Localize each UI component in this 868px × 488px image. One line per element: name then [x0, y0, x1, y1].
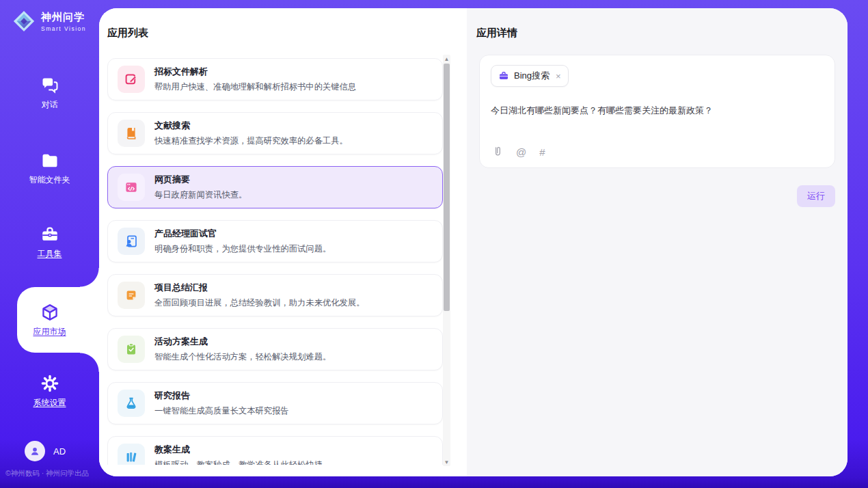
sidebar-item-label: 对话 — [42, 99, 58, 111]
app-title: 文献搜索 — [154, 120, 348, 132]
toolbox-icon — [40, 225, 59, 244]
brand-name: 神州问学 — [41, 11, 86, 24]
folder-icon — [40, 151, 59, 170]
app-title: 网页摘要 — [154, 174, 247, 186]
close-icon[interactable]: × — [556, 72, 561, 81]
app-description: 智能生成个性化活动方案，轻松解决规划难题。 — [154, 351, 331, 363]
cube-icon — [40, 303, 59, 322]
app-description: 明确身份和职责，为您提供专业性的面试问题。 — [154, 243, 331, 255]
sidebar-item-smart-folder[interactable]: 智能文件夹 — [0, 144, 99, 193]
prompt-input[interactable]: 今日湖北有哪些新闻要点？有哪些需要关注的最新政策？ — [491, 105, 824, 117]
app-list-item[interactable]: 教案生成 模板驱动，教案秒成，教学准备从此轻松快捷 — [107, 436, 443, 465]
app-list-item[interactable]: 招标文件解析 帮助用户快速、准确地理解和解析招标书中的关键信息 — [107, 58, 443, 100]
app-description: 一键智能生成高质量长文本研究报告 — [154, 405, 289, 417]
app-list: 招标文件解析 帮助用户快速、准确地理解和解析招标书中的关键信息 文献搜索 快速精… — [107, 55, 443, 465]
app-list-item[interactable]: 产品经理面试官 明确身份和职责，为您提供专业性的面试问题。 — [107, 220, 443, 262]
sidebar-item-app-market[interactable]: 应用市场 — [0, 295, 99, 344]
scrollbar-thumb[interactable] — [444, 64, 450, 311]
app-list-item[interactable]: 项目总结汇报 全面回顾项目进展，总结经验教训，助力未来优化发展。 — [107, 274, 443, 316]
sidebar-item-settings[interactable]: 系统设置 — [0, 366, 99, 416]
briefcase-icon — [498, 70, 509, 81]
tool-chip-bing-search[interactable]: Bing搜索 × — [491, 65, 569, 87]
list-scrollbar[interactable]: ▲ ▼ — [443, 55, 450, 466]
scroll-up-icon[interactable]: ▲ — [443, 55, 450, 63]
sidebar-item-toolset[interactable]: 工具集 — [0, 217, 99, 267]
gear-icon — [40, 374, 59, 393]
app-detail-panel: 应用详情 Bing搜索 × 今日湖北有哪些新闻要点？有哪些需要关注的最新政策？ — [467, 8, 847, 476]
brand-subtitle: Smart Vision — [41, 25, 86, 32]
diamond-logo-icon — [12, 10, 36, 33]
app-description: 全面回顾项目进展，总结经验教训，助力未来优化发展。 — [154, 297, 364, 309]
app-list-item[interactable]: 网页摘要 每日政府新闻资讯快查。 — [107, 166, 443, 208]
clipboard-check-icon — [118, 336, 145, 363]
user-account[interactable]: AD — [25, 441, 66, 461]
app-list-title: 应用列表 — [107, 27, 148, 40]
app-list-panel: 应用列表 招标文件解析 帮助用户快速、准确地理解和解析招标书中的关键信息 文献搜… — [99, 8, 467, 476]
app-title: 项目总结汇报 — [154, 282, 364, 294]
research-report-icon — [118, 390, 145, 417]
at-mention-icon[interactable]: @ — [516, 146, 526, 158]
input-toolbar: @ # — [492, 146, 545, 158]
chat-icon — [40, 76, 59, 95]
app-description: 快速精准查找学术资源，提高研究效率的必备工具。 — [154, 135, 348, 147]
main-content: 应用列表 招标文件解析 帮助用户快速、准确地理解和解析招标书中的关键信息 文献搜… — [99, 8, 847, 476]
sidebar-item-label: 系统设置 — [33, 397, 66, 409]
app-title: 教案生成 — [154, 444, 323, 456]
sidebar-item-label: 应用市场 — [33, 326, 66, 338]
app-title: 产品经理面试官 — [154, 228, 331, 240]
run-button[interactable]: 运行 — [797, 185, 835, 207]
brand-logo: 神州问学 Smart Vision — [12, 10, 86, 33]
app-detail-title: 应用详情 — [476, 27, 517, 40]
app-description: 模板驱动，教案秒成，教学准备从此轻松快捷 — [154, 459, 323, 465]
interviewer-icon — [118, 228, 145, 255]
prompt-card: Bing搜索 × 今日湖北有哪些新闻要点？有哪些需要关注的最新政策？ @ # — [479, 55, 835, 168]
user-initials: AD — [53, 446, 66, 457]
app-window: 神州问学 Smart Vision 对话 智能文件夹 — [0, 0, 868, 488]
copyright-text: ©神州数码 · 神州问学出品 — [5, 469, 89, 478]
tool-chip-label: Bing搜索 — [514, 70, 550, 82]
app-title: 活动方案生成 — [154, 336, 331, 348]
hash-icon[interactable]: # — [539, 146, 545, 158]
sidebar-item-label: 工具集 — [38, 248, 62, 260]
app-title: 研究报告 — [154, 390, 289, 402]
app-description: 每日政府新闻资讯快查。 — [154, 189, 247, 201]
app-list-item[interactable]: 文献搜索 快速精准查找学术资源，提高研究效率的必备工具。 — [107, 112, 443, 154]
app-list-item[interactable]: 活动方案生成 智能生成个性化活动方案，轻松解决规划难题。 — [107, 328, 443, 370]
app-title: 招标文件解析 — [154, 66, 356, 78]
books-icon — [118, 444, 145, 465]
sidebar-item-chat[interactable]: 对话 — [0, 68, 99, 118]
sidebar-item-label: 智能文件夹 — [29, 174, 70, 186]
paperclip-icon[interactable] — [492, 146, 503, 158]
browser-code-icon — [118, 174, 145, 201]
book-icon — [118, 120, 145, 147]
app-list-item[interactable]: 研究报告 一键智能生成高质量长文本研究报告 — [107, 382, 443, 424]
scroll-down-icon[interactable]: ▼ — [443, 458, 450, 466]
note-icon — [118, 282, 145, 309]
app-description: 帮助用户快速、准确地理解和解析招标书中的关键信息 — [154, 81, 356, 93]
sidebar: 神州问学 Smart Vision 对话 智能文件夹 — [0, 0, 99, 488]
document-edit-icon — [118, 66, 145, 93]
avatar — [25, 441, 45, 461]
